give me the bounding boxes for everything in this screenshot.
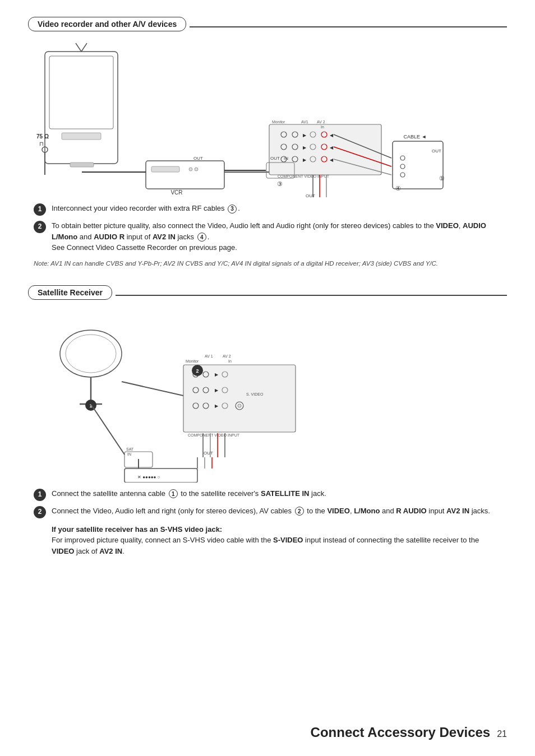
- svhs-heading: If your satellite receiver has an S-VHS …: [52, 524, 501, 535]
- page-footer: Connect Accessory Devices 21: [28, 725, 507, 740]
- svg-text:OUT: OUT: [432, 149, 441, 154]
- section1-step2: 2 To obtain better picture quality, also…: [34, 220, 501, 253]
- svhs-note-block: If your satellite receiver has an S-VHS …: [52, 524, 501, 557]
- svg-text:Monitor: Monitor: [272, 120, 285, 124]
- svg-point-14: [195, 168, 198, 171]
- section1-diagram-svg: 75 Ω ⊓ VCR OUT: [28, 40, 510, 197]
- svg-line-4: [76, 43, 81, 52]
- svg-rect-100: [124, 469, 197, 483]
- svg-point-62: [60, 330, 122, 377]
- svg-text:▶: ▶: [215, 372, 219, 377]
- ref-1: 1: [169, 489, 178, 498]
- svg-rect-10: [146, 161, 224, 189]
- section2-diagram: 1 Monitor AV 1 AV 2 In S. VIDEO COMPONEN…: [28, 309, 507, 483]
- svg-point-13: [189, 168, 192, 171]
- svg-point-22: [400, 173, 405, 177]
- svg-text:OUT: OUT: [306, 193, 315, 197]
- sat-step1-text: Connect the satellite antenna cable 1 to…: [52, 488, 501, 499]
- svg-text:2: 2: [196, 368, 199, 374]
- svg-text:In: In: [228, 359, 232, 363]
- ref-3: 3: [228, 205, 237, 214]
- svg-rect-0: [45, 52, 118, 164]
- section1-header: Video recorder and other A/V devices: [28, 17, 186, 31]
- ref-4: 4: [197, 233, 206, 242]
- svg-text:AV 2: AV 2: [223, 354, 231, 358]
- section2-instructions: 1 Connect the satellite antenna cable 1 …: [28, 488, 507, 518]
- svg-line-5: [81, 43, 87, 52]
- svg-text:③: ③: [277, 180, 283, 187]
- svg-text:⊓: ⊓: [39, 141, 44, 147]
- svg-point-63: [66, 335, 116, 373]
- svg-text:In: In: [321, 125, 324, 129]
- page-container: Video recorder and other A/V devices 75 …: [0, 0, 535, 756]
- svg-text:④: ④: [395, 185, 401, 192]
- svg-rect-3: [70, 163, 94, 167]
- sat-step1-circle: 1: [34, 489, 46, 501]
- sat-step2-text: Connect the Video, Audio left and right …: [52, 505, 501, 517]
- svg-text:▶: ▶: [303, 145, 307, 150]
- svg-text:OUT: OUT: [193, 156, 203, 161]
- svg-rect-2: [62, 133, 101, 140]
- svg-text:SAT: SAT: [141, 482, 153, 483]
- svg-point-21: [400, 164, 405, 169]
- step2-text: To obtain better picture quality, also c…: [52, 220, 501, 253]
- svg-text:CABLE ◄: CABLE ◄: [404, 134, 427, 140]
- ref-2: 2: [295, 507, 304, 516]
- section2-diagram-svg: 1 Monitor AV 1 AV 2 In S. VIDEO COMPONEN…: [38, 309, 497, 483]
- svg-text:COMPONENT VIDEO INPUT: COMPONENT VIDEO INPUT: [188, 433, 240, 437]
- section2-block: Satellite Receiver 1 Moni: [28, 285, 507, 557]
- svg-line-103: [91, 404, 124, 454]
- svg-text:▶: ▶: [303, 133, 307, 138]
- svg-text:IN: IN: [127, 452, 131, 456]
- svg-text:AV1: AV1: [301, 120, 308, 124]
- svg-text:▶: ▶: [303, 157, 307, 163]
- svg-text:◀: ◀: [330, 157, 334, 163]
- svg-text:SAT: SAT: [126, 447, 134, 451]
- svg-rect-12: [151, 166, 179, 172]
- footer-title: Connect Accessory Devices: [311, 725, 491, 740]
- svg-text:✕  ●●●●● ○: ✕ ●●●●● ○: [137, 475, 160, 480]
- svg-text:S. VIDEO: S. VIDEO: [246, 392, 264, 396]
- section2-step1: 1 Connect the satellite antenna cable 1 …: [34, 488, 501, 501]
- svg-text:①: ①: [439, 175, 445, 182]
- svg-text:▶: ▶: [215, 388, 219, 393]
- section1-instructions: 1 Interconnect your video recorder with …: [28, 203, 507, 253]
- svg-point-89: [238, 404, 241, 407]
- svg-text:AV 1: AV 1: [205, 354, 213, 358]
- svg-point-20: [400, 156, 405, 160]
- section1-note: Note: AV1 IN can handle CVBS and Y-Pb-Pr…: [34, 259, 501, 268]
- svg-text:◀: ◀: [330, 145, 334, 150]
- svhs-text: For improved picture quality, connect an…: [52, 535, 501, 556]
- section2-header: Satellite Receiver: [28, 285, 112, 300]
- svg-text:IN: IN: [284, 156, 288, 161]
- svg-text:COMPONENT VIDEO INPUT: COMPONENT VIDEO INPUT: [278, 174, 330, 178]
- svg-text:75 Ω: 75 Ω: [36, 133, 49, 140]
- step2-circle: 2: [34, 221, 46, 233]
- svg-text:AV 2: AV 2: [317, 120, 325, 124]
- step1-circle: 1: [34, 203, 46, 216]
- svg-text:VCR: VCR: [170, 189, 182, 196]
- footer-page: 21: [497, 729, 507, 739]
- svg-text:▶: ▶: [215, 403, 219, 409]
- svg-line-68: [122, 382, 183, 396]
- svg-rect-1: [49, 56, 113, 129]
- svg-text:OUT: OUT: [270, 156, 280, 161]
- section1-block: Video recorder and other A/V devices 75 …: [28, 17, 507, 268]
- svg-text:◀: ◀: [330, 133, 334, 138]
- section1-diagram: 75 Ω ⊓ VCR OUT: [28, 40, 507, 197]
- svg-text:OUT: OUT: [204, 451, 213, 456]
- step1-text: Interconnect your video recorder with ex…: [52, 203, 501, 214]
- sat-step2-circle: 2: [34, 506, 46, 518]
- section1-step1: 1 Interconnect your video recorder with …: [34, 203, 501, 216]
- svg-text:Monitor: Monitor: [186, 359, 199, 363]
- section2-step2: 2 Connect the Video, Audio left and righ…: [34, 505, 501, 518]
